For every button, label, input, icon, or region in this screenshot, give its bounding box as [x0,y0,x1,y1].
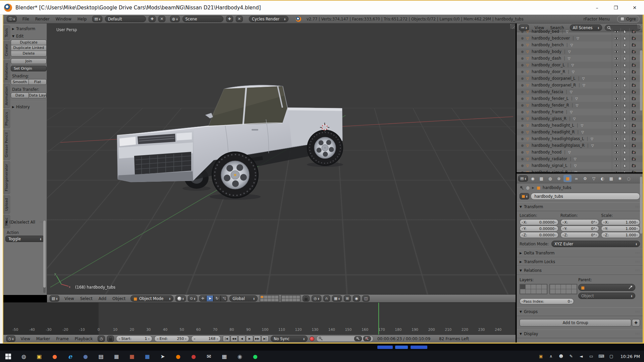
renderability-camera-icon[interactable] [629,42,638,48]
expand-icon[interactable]: ⊕ [521,43,526,47]
selectability-cursor-icon[interactable] [621,42,629,48]
taskbar-mail-icon[interactable]: ✉ [201,351,217,362]
outliner-row[interactable]: ⊕ ▽ hardbody_doorpanel_R | ▽ [517,82,643,88]
expand-icon[interactable]: ⊕ [521,30,526,34]
translate-manipulator-icon[interactable]: ➤ [206,295,213,302]
3d-viewport[interactable]: User Persp y x (168) hardbody_tubs [47,23,516,294]
outliner-row[interactable]: ⊕ ▽ hardbody_headlight_L | ▽ [517,122,643,129]
tab-world-icon[interactable]: ⊕ [555,175,563,182]
outliner-row[interactable]: ⊕ ▽ hardbody_headlightglass_R | ▽ [517,142,643,149]
playback-button[interactable]: ◀ [238,336,246,342]
expand-icon[interactable]: ⊕ [521,57,526,60]
visibility-eye-icon[interactable] [612,149,621,156]
renderability-camera-icon[interactable] [629,169,638,172]
renderability-camera-icon[interactable] [629,88,638,95]
taskbar-cortana-icon[interactable]: ◍ [16,351,32,362]
viewport-layers-widget[interactable] [260,295,301,302]
visibility-eye-icon[interactable] [612,88,621,95]
info-menu[interactable]: Render [32,17,53,21]
shading-button[interactable]: Flat [29,79,47,85]
playback-button[interactable]: ◀◀ [230,336,238,342]
object-name[interactable]: hardbody_bedcover [532,36,570,41]
taskbar-store-icon[interactable]: ▤ [93,351,109,362]
outliner-row[interactable]: ⊕ ▽ hardbody_fascia | ▽ [517,88,643,95]
object-name[interactable]: hardbody_frame [532,110,563,114]
info-menu[interactable]: Window [53,17,74,21]
expand-icon[interactable]: ⊕ [521,90,526,94]
layers-grid-2[interactable] [549,284,577,294]
groups-section-header[interactable]: ▼Groups∷∷ [517,307,643,316]
renderability-camera-icon[interactable] [629,62,638,68]
object-name[interactable]: hardbody_doorpanel_L [532,76,576,81]
rotation-field[interactable]: ◂Y:0°▸ [560,226,599,232]
object-name-field[interactable]: hardbody_tubs [531,193,640,200]
playback-button[interactable]: ▶| [261,336,269,342]
object-name[interactable]: hardbody_signal_R [532,170,568,172]
opengl-animation-icon[interactable]: ◫ [362,295,370,302]
selectability-cursor-icon[interactable] [621,88,629,95]
object-name[interactable]: hardbody_body [532,49,561,54]
scale-field[interactable]: ◂Z:1.000▸ [601,232,640,238]
tray-people-icon[interactable]: ☻ [556,351,566,362]
timeline-editor-type-icon[interactable]: ◷▲▼ [6,336,15,342]
tab-particles-icon[interactable]: ✱ [616,175,624,182]
pin-icon[interactable] [520,186,524,190]
taskbar-app3-icon[interactable]: ■ [140,351,155,362]
expand-icon[interactable]: ⊕ [521,77,526,80]
outliner-row[interactable]: ⊕ ▽ hardbody_headlightglass_L | ▽ [517,135,643,142]
expand-icon[interactable]: ⊕ [521,150,526,154]
selectability-cursor-icon[interactable] [621,142,629,149]
screen-layout-delete-icon[interactable]: ✕ [158,16,165,22]
tool-shelf-tab[interactable]: Floorgenerator [3,161,10,194]
screen-layout-add-icon[interactable]: ✚ [149,16,156,22]
snap-magnet-icon[interactable]: ∩ [323,295,330,302]
visibility-eye-icon[interactable] [612,156,621,162]
renderability-camera-icon[interactable] [629,156,638,162]
selectability-cursor-icon[interactable] [621,82,629,88]
scale-field[interactable]: ◂X:1.000▸ [601,219,640,225]
lock-frame-icon[interactable] [107,336,114,342]
sync-dropdown[interactable]: No Sync▲▼ [271,336,308,342]
expand-icon[interactable]: ⊕ [521,97,526,101]
taskbar-file-explorer-icon[interactable]: ▣ [32,351,47,362]
object-name[interactable]: hardbody_headlightglass_R [532,143,585,148]
taskbar-app4-icon[interactable]: ➤ [155,351,170,362]
renderability-camera-icon[interactable] [629,95,638,102]
selectability-cursor-icon[interactable] [621,135,629,142]
object-name[interactable]: hardbody_headlightglass_L [532,136,584,141]
expand-icon[interactable]: ⊕ [521,83,526,87]
visibility-eye-icon[interactable] [612,129,621,135]
edit-tool-button[interactable]: Delete [11,51,47,57]
object-name[interactable]: hardbody_dash [532,56,561,61]
visibility-eye-icon[interactable] [612,169,621,172]
outliner-row[interactable]: ⊕ ▽ hardbody_glass_R | ▽ [517,115,643,122]
expand-icon[interactable]: ⊕ [521,171,526,173]
snap-target-icon[interactable]: ⊞ [344,295,351,302]
minimize-button[interactable]: – [588,1,606,14]
shading-button[interactable]: Smooth [11,79,29,85]
outliner-row[interactable]: ⊕ ▽ hardbody_headlight_R | ▽ [517,129,643,135]
rotation-mode-dropdown[interactable]: XYZ Euler▲▼ [551,241,640,247]
proportional-edit-dropdown[interactable]: ◎▲▼ [312,295,321,302]
data-transfer-button[interactable]: Data [11,93,29,98]
object-name[interactable]: hardbody_headlight_L [532,123,574,128]
eyedropper-icon[interactable] [628,285,633,290]
tool-shelf-tab[interactable]: Upload [3,195,10,214]
tab-object-icon[interactable]: ■ [564,175,572,182]
location-field[interactable]: ◂Y:0.00000▸ [520,226,558,232]
visibility-eye-icon[interactable] [612,135,621,142]
display-section-header[interactable]: ▼Display∷∷ [517,329,643,338]
outliner-row[interactable]: ⊕ ▽ hardbody_bedcover | ▽ [517,35,643,42]
redo-panel-header[interactable]: ▼(De)select All∷∷ [5,220,44,225]
rotation-field[interactable]: ◂X:0°▸ [560,219,599,225]
outliner-row[interactable]: ⊕ ▽ hardbody_frame | ▽ [517,109,643,115]
outliner-row[interactable]: ⊕ ▽ hardbody_signal_L | ▽ [517,162,643,169]
tray-network-icon[interactable]: ▭ [586,351,596,362]
expand-icon[interactable]: ⊕ [521,137,526,141]
renderability-camera-icon[interactable] [629,135,638,142]
renderability-camera-icon[interactable] [629,68,638,75]
visibility-eye-icon[interactable] [612,48,621,55]
visibility-eye-icon[interactable] [612,82,621,88]
expand-icon[interactable]: ⊕ [521,164,526,168]
timeline-menu[interactable]: Frame [53,337,71,341]
